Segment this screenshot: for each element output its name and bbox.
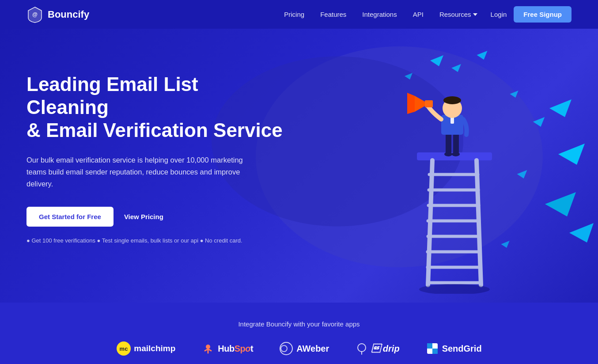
chevron-down-icon bbox=[473, 13, 477, 16]
nav-pricing[interactable]: Pricing bbox=[284, 11, 304, 18]
drip-icon bbox=[356, 342, 368, 355]
logo[interactable]: @ Bouncify bbox=[26, 6, 89, 23]
nav-api[interactable]: API bbox=[413, 11, 424, 18]
hero-headline: Leading Email List Cleaning & Email Veri… bbox=[26, 73, 283, 142]
nav-login[interactable]: Login bbox=[491, 11, 507, 18]
hero-content: Leading Email List Cleaning & Email Veri… bbox=[26, 55, 283, 244]
svg-rect-47 bbox=[432, 349, 438, 354]
hero-illustration bbox=[346, 38, 576, 294]
view-pricing-button[interactable]: View Pricing bbox=[124, 213, 163, 220]
sendgrid-logo: SendGrid bbox=[426, 342, 482, 355]
free-signup-button[interactable]: Free Signup bbox=[514, 6, 572, 23]
mailchimp-logo: mc mailchimp bbox=[116, 341, 175, 356]
hero-subtext: Our bulk email verification service is h… bbox=[26, 154, 256, 190]
svg-rect-33 bbox=[425, 100, 433, 107]
svg-point-32 bbox=[443, 96, 461, 104]
logo-icon: @ bbox=[26, 6, 43, 23]
svg-point-41 bbox=[280, 342, 292, 355]
hero-note: ● Get 100 free verifications ● Test sing… bbox=[26, 237, 283, 244]
hero-section: Leading Email List Cleaning & Email Veri… bbox=[0, 29, 598, 303]
svg-point-26 bbox=[444, 152, 452, 156]
hero-buttons: Get Started for Free View Pricing bbox=[26, 207, 283, 227]
nav-resources[interactable]: Resources bbox=[439, 11, 477, 18]
svg-rect-24 bbox=[446, 133, 451, 154]
aweber-label: AWeber bbox=[296, 344, 329, 354]
integrations-title: Integrate Bouncify with your favorite ap… bbox=[26, 320, 572, 328]
hubspot-icon bbox=[202, 342, 214, 355]
svg-point-43 bbox=[358, 344, 366, 352]
svg-text:@: @ bbox=[32, 11, 38, 18]
ladder-illustration bbox=[346, 38, 576, 294]
drip-logo: drip bbox=[356, 342, 399, 355]
svg-rect-46 bbox=[427, 343, 432, 349]
nav-integrations[interactable]: Integrations bbox=[362, 11, 397, 18]
svg-text:mc: mc bbox=[120, 345, 128, 352]
aweber-logo: AWeber bbox=[280, 342, 329, 355]
svg-point-42 bbox=[281, 345, 287, 352]
svg-rect-25 bbox=[453, 133, 459, 154]
nav-links: Pricing Features Integrations API Resour… bbox=[284, 11, 477, 18]
sendgrid-label: SendGrid bbox=[442, 344, 482, 354]
sendgrid-icon bbox=[426, 342, 439, 355]
mailchimp-icon: mc bbox=[116, 341, 131, 356]
svg-point-27 bbox=[452, 152, 460, 156]
hubspot-logo: HubSpot bbox=[202, 342, 253, 355]
integrations-logos: mc mailchimp HubSpot AWeber bbox=[26, 341, 572, 356]
get-started-button[interactable]: Get Started for Free bbox=[26, 207, 114, 227]
brand-name: Bouncify bbox=[48, 9, 89, 20]
mailchimp-label: mailchimp bbox=[134, 344, 175, 353]
hubspot-label: HubSpot bbox=[218, 344, 253, 354]
integrations-section: Integrate Bouncify with your favorite ap… bbox=[0, 303, 598, 364]
nav-features[interactable]: Features bbox=[320, 11, 346, 18]
drip-label: drip bbox=[371, 344, 399, 354]
aweber-icon bbox=[280, 342, 293, 355]
